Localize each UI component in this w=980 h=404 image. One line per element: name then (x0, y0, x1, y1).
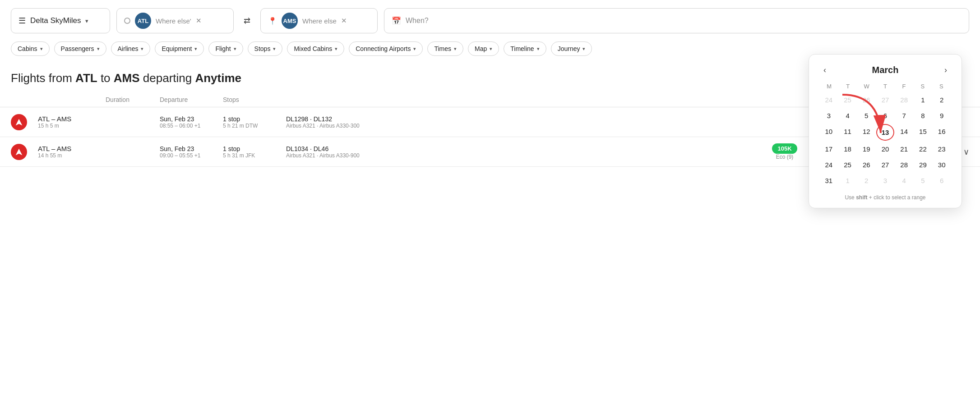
mixed-cabins-chevron: ▾ (335, 46, 337, 52)
filter-journey[interactable]: Journey ▾ (551, 41, 592, 56)
dep-sub-2: 09:00 – 05:55 +1 (160, 152, 223, 159)
eco-2[interactable]: 105K Eco (9) (762, 143, 807, 160)
calendar-day-26[interactable]: 26 (857, 157, 875, 167)
flight-info-1: DL1298 · DL132 Airbus A321 · Airbus A330… (286, 115, 879, 129)
flight-chevron: ▾ (234, 46, 236, 52)
airlines-chevron: ▾ (141, 46, 143, 52)
filter-timeline[interactable]: Timeline ▾ (504, 41, 546, 56)
calendar-day-13[interactable]: 13 (876, 124, 894, 141)
map-label: Map (475, 45, 487, 52)
calendar-day-6[interactable]: 6 (876, 108, 894, 123)
calendar-day-12[interactable]: 12 (857, 124, 875, 141)
dep-main-2: Sun, Feb 23 (160, 145, 223, 152)
times-label: Times (434, 45, 451, 52)
hamburger-icon: ☰ (18, 16, 26, 26)
calendar-day-24-muted[interactable]: 24 (820, 92, 838, 107)
calendar-prev-button[interactable]: ‹ (820, 64, 830, 77)
swap-airports-button[interactable]: ⇄ (240, 12, 254, 29)
calendar-day-30[interactable]: 30 (933, 157, 951, 167)
filter-times[interactable]: Times ▾ (427, 41, 463, 56)
dest-input[interactable]: Where else (302, 17, 337, 25)
expand-row-button[interactable]: ∨ (963, 147, 969, 157)
filter-flight[interactable]: Flight ▾ (208, 41, 243, 56)
calendar-day-22[interactable]: 22 (914, 142, 932, 156)
calendar-day-4[interactable]: 4 (839, 108, 857, 123)
calendar-day-26-muted[interactable]: 26 (857, 92, 875, 107)
calendar-day-3[interactable]: 3 (820, 108, 838, 123)
calendar-day-7[interactable]: 7 (895, 108, 913, 123)
airlines-label: Airlines (118, 45, 139, 52)
calendar-day-14[interactable]: 14 (895, 124, 913, 141)
title-origin: ATL (75, 71, 97, 85)
calendar-day-20[interactable]: 20 (876, 142, 894, 156)
calendar-day-15[interactable]: 15 (914, 124, 932, 141)
calendar-day-16[interactable]: 16 (933, 124, 951, 141)
route-2: ATL – AMS 14 h 55 m (38, 145, 106, 159)
calendar-day-23[interactable]: 23 (933, 142, 951, 156)
eco-badge-2: 105K (772, 143, 797, 154)
origin-clear-icon[interactable]: ✕ (196, 17, 202, 25)
stops-main-1: 1 stop (223, 115, 286, 123)
calendar-day-24[interactable]: 24 (820, 157, 838, 167)
calendar-day-2[interactable]: 2 (933, 92, 951, 107)
title-time: Anytime (195, 71, 241, 85)
origin-input[interactable]: Where else' (156, 17, 191, 25)
filter-map[interactable]: Map ▾ (468, 41, 499, 56)
route-sub-2: 14 h 55 m (38, 152, 106, 159)
origin-dot-icon (124, 18, 130, 24)
stops-chevron: ▾ (273, 46, 276, 52)
title-dest: AMS (114, 71, 140, 85)
origin-code-badge: ATL (135, 13, 151, 29)
equipment-chevron: ▾ (194, 46, 197, 52)
filter-connecting-airports[interactable]: Connecting Airports ▾ (349, 41, 423, 56)
connecting-airports-chevron: ▾ (413, 46, 416, 52)
filter-equipment[interactable]: Equipment ▾ (155, 41, 204, 56)
calendar-day-11[interactable]: 11 (839, 124, 857, 141)
flight-label: Flight (215, 45, 231, 52)
col-stops-header: Stops (223, 96, 286, 103)
calendar-header: ‹ March › (820, 64, 951, 77)
calendar-day-17[interactable]: 17 (820, 142, 838, 156)
calendar-day-1[interactable]: 1 (914, 92, 932, 107)
stops-sub-1: 5 h 21 m DTW (223, 123, 286, 129)
filter-mixed-cabins[interactable]: Mixed Cabins ▾ (287, 41, 344, 56)
passengers-label: Passengers (61, 45, 94, 52)
departure-2: Sun, Feb 23 09:00 – 05:55 +1 (160, 145, 223, 159)
calendar-day-19[interactable]: 19 (857, 142, 875, 156)
calendar-day-8[interactable]: 8 (914, 108, 932, 123)
dest-clear-icon[interactable]: ✕ (341, 17, 347, 25)
journey-chevron: ▾ (582, 46, 585, 52)
timeline-label: Timeline (510, 45, 534, 52)
connecting-airports-label: Connecting Airports (356, 45, 411, 52)
svg-marker-0 (16, 119, 23, 125)
chevron-down-icon: ▾ (85, 18, 88, 24)
calendar-day-27[interactable]: 27 (876, 157, 894, 167)
calendar-day-headers: M T W T F S S (820, 83, 951, 90)
calendar-day-9[interactable]: 9 (933, 108, 951, 123)
origin-airport-selector[interactable]: ATL Where else' ✕ (116, 8, 234, 33)
eco-sub-2: Eco (9) (762, 154, 807, 160)
filter-stops[interactable]: Stops ▾ (248, 41, 283, 56)
calendar-icon: 📅 (392, 16, 401, 26)
filter-airlines[interactable]: Airlines ▾ (111, 41, 151, 56)
dest-airport-selector[interactable]: 📍 AMS Where else ✕ (260, 8, 378, 33)
calendar-next-button[interactable]: › (941, 64, 951, 77)
calendar-day-21[interactable]: 21 (895, 142, 913, 156)
brand-selector[interactable]: ☰ Delta SkyMiles ▾ (11, 8, 110, 33)
stops-1: 1 stop 5 h 21 m DTW (223, 115, 286, 129)
calendar-day-28[interactable]: 28 (895, 157, 913, 167)
calendar-day-18[interactable]: 18 (839, 142, 857, 156)
calendar-day-28-muted[interactable]: 28 (895, 92, 913, 107)
filter-passengers[interactable]: Passengers ▾ (54, 41, 106, 56)
calendar-day-5[interactable]: 5 (857, 108, 875, 123)
calendar-day-25[interactable]: 25 (839, 157, 857, 167)
date-selector[interactable]: 📅 When? (384, 8, 969, 33)
filter-cabins[interactable]: Cabins ▾ (11, 41, 50, 56)
route-main-1: ATL – AMS (38, 115, 106, 123)
route-main-2: ATL – AMS (38, 145, 106, 152)
calendar-month-label: March (872, 65, 899, 75)
calendar-day-10[interactable]: 10 (820, 124, 838, 141)
calendar-day-25-muted[interactable]: 25 (839, 92, 857, 107)
calendar-day-27-muted[interactable]: 27 (876, 92, 894, 107)
calendar-day-29[interactable]: 29 (914, 157, 932, 167)
